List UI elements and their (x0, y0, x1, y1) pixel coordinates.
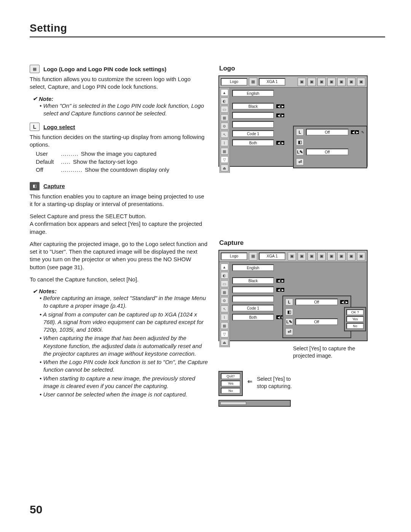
toolbar-icon: ▣ (337, 78, 346, 86)
logo-settings-body: This function allows you to customize th… (30, 75, 208, 91)
ok-label: OK ? (346, 309, 364, 315)
toolbar-icon: ▣ (327, 252, 336, 260)
note-item: • When capturing the image that has been… (33, 334, 208, 358)
subpanel-off[interactable]: Off (295, 299, 338, 305)
mode-icon: ▦ (249, 78, 257, 86)
left-right-arrows-icon[interactable]: ◀▶ (276, 141, 284, 145)
row-english[interactable]: English (232, 264, 274, 271)
osd-title: Logo (221, 252, 247, 260)
subpanel-off[interactable]: Off (295, 318, 338, 325)
side-icon[interactable]: ▦ (221, 289, 228, 296)
subpanel-off[interactable]: Off (306, 129, 349, 136)
row-code1[interactable]: Code 1 (232, 130, 274, 137)
subpanel-off[interactable]: Off (306, 149, 349, 155)
return-icon[interactable]: ⏎ (285, 328, 293, 335)
side-icon[interactable]: ◐ (221, 97, 228, 104)
row-both[interactable]: Both (232, 139, 274, 146)
edit-icon[interactable]: ✎ (361, 130, 364, 134)
toolbar-icon: ▣ (337, 252, 346, 260)
row-blank[interactable] (232, 112, 274, 119)
side-icon[interactable]: ⌇ (221, 139, 228, 146)
osd-side-icons: ▲ ◐ ▭ ▦ ⚙ ↖ ⌇ ▦ ▽ ⏏ (219, 262, 230, 347)
side-icon[interactable]: ▭ (221, 106, 228, 113)
subpanel-cam-icon: ◧ (285, 308, 293, 315)
toolbar-icon: ▣ (357, 78, 365, 86)
exit-icon[interactable]: ⏏ (221, 165, 228, 171)
capture-body: This function enables you to capture an … (30, 193, 208, 208)
left-right-arrows-icon[interactable]: ◀▶ (276, 288, 284, 292)
page-number: 50 (30, 503, 42, 516)
quit-dialog: Quit? Yes No (218, 371, 243, 396)
left-right-arrows-icon[interactable]: ◀▶ (340, 300, 348, 304)
page-title: Setting (30, 22, 385, 37)
side-icon[interactable]: ⚙ (221, 123, 228, 129)
capture-body4: To cancel the Capture function, select [… (30, 276, 208, 283)
side-icon[interactable]: ▦ (221, 148, 228, 155)
left-right-arrows-icon[interactable]: ◀▶ (276, 279, 284, 283)
note-item: • When starting to capture a new image, … (33, 375, 208, 390)
toolbar-icon: ▣ (298, 252, 306, 260)
toolbar-icon: ▣ (347, 252, 355, 260)
quit-yes-button[interactable]: Yes (221, 380, 241, 387)
scroll-up-icon[interactable]: ▲ (221, 89, 228, 96)
progress-bar (218, 400, 291, 407)
osd-mode: XGA 1 (259, 252, 285, 260)
yes-button[interactable]: Yes (346, 316, 364, 322)
subpanel-lock-icon: L✎ (296, 149, 304, 155)
row-blank[interactable] (232, 296, 274, 302)
side-icon[interactable]: ↖ (221, 305, 228, 312)
return-icon[interactable]: ⏎ (296, 158, 304, 165)
mode-icon: ▦ (249, 252, 257, 260)
logo-osd-panel: Logo ▦ XGA 1 ▣ ▣ ▣ ▣ ▣ ▣ ▣ ▲ ◐ ▭ (218, 75, 368, 167)
left-right-arrows-icon[interactable]: ◀▶ (351, 130, 359, 134)
subpanel-lock-icon: L✎ (285, 318, 293, 325)
row-black[interactable]: Black (232, 277, 274, 284)
logo-select-icon: L (30, 123, 40, 131)
side-icon[interactable]: ▭ (221, 280, 228, 287)
logo-select-title: Logo select (43, 124, 75, 130)
logo-settings-icon: ▦ (30, 65, 40, 73)
side-icon[interactable]: ⚙ (221, 297, 228, 304)
side-icon[interactable]: ◐ (221, 272, 228, 279)
row-blank[interactable] (232, 286, 274, 293)
toolbar-icon: ▣ (298, 78, 306, 86)
exit-icon[interactable]: ⏏ (221, 339, 228, 346)
notes-label: ✔Notes: (33, 288, 208, 294)
row-black[interactable]: Black (232, 103, 274, 110)
toolbar-icon: ▣ (317, 78, 326, 86)
pointer-arrow-icon: ⇐ (247, 371, 252, 385)
side-icon[interactable]: ▦ (221, 114, 228, 121)
note-item: • User cannot be selected when the image… (33, 391, 208, 398)
capture-body2: Select Capture and press the SELECT butt… (30, 212, 208, 236)
no-button[interactable]: No (346, 323, 364, 329)
side-icon[interactable]: ⌇ (221, 314, 228, 321)
note-item: • A signal from a computer can be captur… (33, 311, 208, 334)
capture-subpanel: LOff◀▶ ◧ L✎Off ⏎ (282, 296, 351, 338)
row-both[interactable]: Both (232, 314, 274, 321)
left-right-arrows-icon[interactable]: ◀▶ (276, 104, 284, 108)
note-item: • When the Logo PIN code lock function i… (33, 358, 208, 374)
scroll-down-icon[interactable]: ▽ (221, 156, 228, 163)
logo-select-body: This function decides on the starting-up… (30, 133, 208, 149)
side-icon[interactable]: ↖ (221, 131, 228, 138)
toolbar-icon: ▣ (327, 78, 336, 86)
quit-no-button[interactable]: No (221, 388, 241, 394)
row-english[interactable]: English (232, 90, 274, 97)
row-blank[interactable] (232, 121, 274, 128)
subpanel-L-icon: L (296, 129, 304, 136)
logo-select-defs: User.........Show the image you captured… (36, 150, 208, 174)
row-code1[interactable]: Code 1 (232, 305, 274, 312)
side-icon[interactable]: ▦ (221, 322, 228, 329)
toolbar-icon: ▣ (307, 78, 316, 86)
scroll-up-icon[interactable]: ▲ (221, 264, 228, 270)
scroll-down-icon[interactable]: ▽ (221, 331, 228, 337)
subpanel-L-icon: L (285, 299, 293, 305)
quit-caption: Select [Yes] to (257, 376, 291, 382)
toolbar-icon: ▣ (357, 252, 365, 260)
capture-osd-heading: Capture (219, 239, 385, 247)
subpanel-cam-icon: ◧ (296, 139, 304, 145)
osd-side-icons: ▲ ◐ ▭ ▦ ⚙ ↖ ⌇ ▦ ▽ ⏏ (219, 88, 230, 173)
left-right-arrows-icon[interactable]: ◀▶ (276, 113, 284, 117)
note-item: • Before capturing an image, select "Sta… (33, 294, 208, 310)
confirm-dialog: OK ? Yes No (344, 307, 366, 331)
